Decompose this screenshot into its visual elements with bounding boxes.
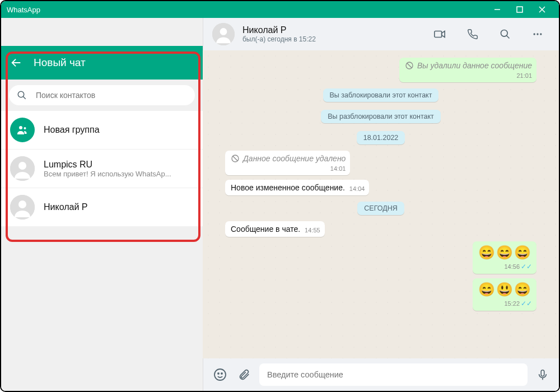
avatar [10,195,35,220]
svg-point-20 [536,33,538,35]
titlebar: WhatsApp [1,1,559,18]
message-emoji: 😄😃😄 [478,282,532,297]
svg-point-19 [534,33,535,35]
maximize-button[interactable] [508,1,531,18]
video-call-icon[interactable] [427,25,452,44]
message-out[interactable]: 😄😃😄 15:22✓✓ [473,278,536,311]
chat-avatar[interactable] [212,23,235,45]
menu-icon[interactable] [525,25,550,43]
avatar [10,156,35,181]
message-emoji: 😄😄😄 [478,245,532,260]
message-text: Сообщение в чате. [231,225,300,234]
back-button[interactable] [10,57,22,69]
voice-call-icon[interactable] [460,25,485,43]
blocked-icon [405,61,414,70]
search-input[interactable] [36,91,187,100]
svg-point-14 [220,28,227,35]
system-message: Вы разблокировали этот контакт [321,110,441,123]
message-text: Новое измененное сообщение. [231,183,345,192]
message-time: 15:22 [504,300,520,307]
group-icon [10,118,35,142]
svg-line-25 [233,156,237,161]
read-checks-icon: ✓✓ [521,263,532,270]
read-checks-icon: ✓✓ [521,300,532,307]
message-in-deleted[interactable]: Данное сообщение удалено 14:01 [225,151,350,175]
close-button[interactable] [531,1,553,18]
contact-item[interactable]: Николай Р [1,188,203,226]
chat-input-row [203,358,559,391]
deleted-text: Вы удалили данное сообщение [417,61,532,70]
svg-point-26 [214,369,226,380]
blocked-icon [231,154,240,163]
svg-point-17 [501,30,508,37]
app-title: WhatsApp [7,6,40,14]
message-time: 14:56 [504,263,520,270]
date-chip: СЕГОДНЯ [357,202,404,215]
new-chat-header: Новый чат [1,46,203,80]
contact-name: Lumpics RU [44,160,194,170]
message-out-deleted[interactable]: Вы удалили данное сообщение 21:01 [399,58,536,82]
compose-box[interactable] [259,363,528,386]
search-row [1,80,203,111]
svg-point-28 [221,373,222,374]
svg-line-18 [507,36,510,39]
search-box[interactable] [9,85,195,105]
message-time: 21:01 [516,72,532,79]
svg-point-27 [218,373,219,374]
mic-button[interactable] [534,366,551,383]
system-message: Вы заблокировали этот контакт [323,88,439,102]
contact-name: Николай Р [44,202,194,212]
chat-panel: Николай Р был(-а) сегодня в 15:22 [203,18,559,391]
compose-input[interactable] [267,370,520,379]
chat-header: Николай Р был(-а) сегодня в 15:22 [203,18,559,50]
message-time: 14:55 [305,227,320,234]
chat-status-text: был(-а) сегодня в 15:22 [242,35,419,43]
svg-point-10 [18,162,26,170]
svg-point-7 [19,126,22,129]
chat-body[interactable]: Вы удалили данное сообщение 21:01 Вы заб… [203,50,559,358]
svg-point-12 [18,200,26,208]
emoji-button[interactable] [211,366,229,384]
svg-point-8 [24,127,26,129]
svg-point-5 [18,91,24,97]
message-time: 14:04 [349,185,365,192]
attach-button[interactable] [236,366,253,383]
svg-line-23 [407,63,412,68]
contact-list: Новая группа Lumpics RU Всем привет! Я и… [1,111,203,226]
svg-rect-1 [517,7,522,12]
date-chip: 18.01.2022 [357,131,405,144]
message-in[interactable]: Новое измененное сообщение. 14:04 [225,180,369,195]
chat-header-text[interactable]: Николай Р был(-а) сегодня в 15:22 [242,25,419,43]
svg-line-6 [23,96,26,99]
search-icon [17,90,27,100]
contact-item[interactable]: Lumpics RU Всем привет! Я использую What… [1,150,203,188]
message-in[interactable]: Сообщение в чате. 14:55 [225,221,325,237]
search-chat-icon[interactable] [493,25,517,43]
new-group-item[interactable]: Новая группа [1,111,203,150]
message-time: 14:01 [330,165,346,172]
deleted-text: Данное сообщение удалено [243,154,346,163]
svg-rect-15 [435,31,442,38]
new-group-label: Новая группа [44,125,194,135]
svg-rect-29 [541,370,544,376]
contact-status: Всем привет! Я использую WhatsAp... [44,170,194,178]
new-chat-title: Новый чат [34,57,86,69]
svg-point-21 [540,33,542,35]
svg-marker-16 [442,31,445,38]
sidebar: Новый чат Новая группа [1,18,203,391]
message-out[interactable]: 😄😄😄 14:56✓✓ [473,241,536,274]
chat-title: Николай Р [242,25,419,35]
minimize-button[interactable] [486,1,508,18]
